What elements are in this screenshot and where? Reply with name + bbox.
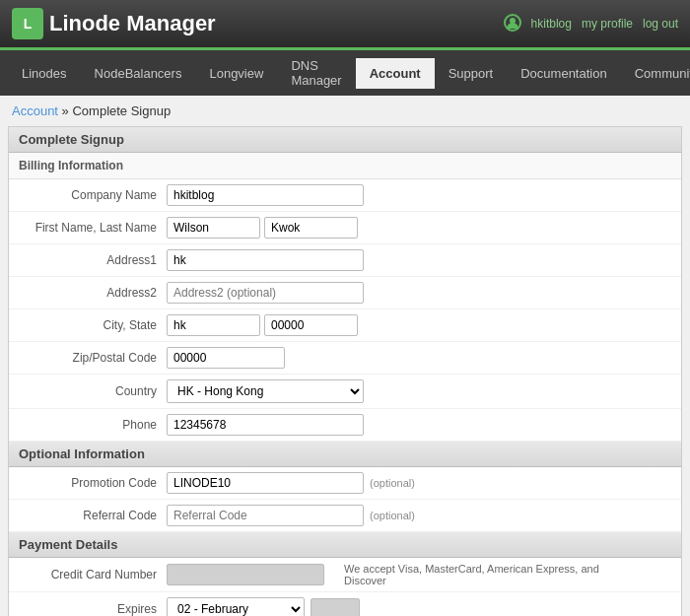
promo-code-row: Promotion Code (optional) (9, 467, 681, 500)
app-title: Linode Manager (49, 11, 216, 36)
breadcrumb-current: Complete Signup (72, 103, 171, 118)
expires-wrap: 01 - January 02 - February 03 - March 04… (167, 597, 360, 616)
country-label: Country (19, 384, 167, 398)
state-input[interactable] (264, 314, 358, 336)
address1-input[interactable] (167, 249, 364, 271)
optional-info-header: Optional Information (9, 442, 681, 467)
phone-input[interactable] (167, 414, 364, 436)
promo-optional-label: (optional) (370, 477, 415, 489)
nav-nodebalancers[interactable]: NodeBalancers (81, 58, 196, 89)
first-last-name-row: First Name, Last Name (9, 212, 681, 244)
nav-support[interactable]: Support (435, 58, 508, 89)
username-label: hkitblog (531, 17, 572, 31)
phone-row: Phone (9, 409, 681, 442)
country-select[interactable]: HK - Hong Kong US - United States GB - U… (167, 379, 364, 403)
payment-note: We accept Visa, MasterCard, American Exp… (344, 563, 640, 586)
nav-longview[interactable]: Longview (195, 58, 277, 89)
breadcrumb: Account » Complete Signup (0, 96, 690, 126)
zip-label: Zip/Postal Code (19, 351, 167, 365)
billing-info-header: Billing Information (9, 153, 681, 179)
phone-label: Phone (19, 418, 167, 432)
address1-label: Address1 (19, 253, 167, 267)
cc-number-label: Credit Card Number (19, 568, 167, 582)
company-name-label: Company Name (19, 188, 167, 202)
address1-row: Address1 (9, 244, 681, 277)
referral-optional-label: (optional) (370, 510, 415, 521)
complete-signup-header: Complete Signup (9, 127, 681, 153)
cc-number-row: Credit Card Number We accept Visa, Maste… (9, 558, 681, 592)
log-out-link[interactable]: log out (643, 17, 678, 31)
referral-code-input[interactable] (167, 505, 364, 526)
first-last-label: First Name, Last Name (19, 221, 167, 235)
promo-code-label: Promotion Code (19, 476, 167, 490)
logo-icon: L (12, 8, 43, 39)
expires-year-input[interactable] (310, 598, 360, 616)
address2-label: Address2 (19, 286, 167, 300)
nav-linodes[interactable]: Linodes (8, 58, 81, 89)
zip-row: Zip/Postal Code (9, 342, 681, 375)
nav-right: Documentation Community (507, 58, 690, 89)
expires-label: Expires (19, 602, 167, 616)
city-state-label: City, State (19, 318, 167, 332)
logo-area: L Linode Manager (12, 8, 216, 39)
main-nav: Linodes NodeBalancers Longview DNS Manag… (0, 50, 690, 96)
promo-code-input[interactable] (167, 472, 364, 494)
main-content: Complete Signup Billing Information Comp… (8, 126, 682, 616)
payment-details-header: Payment Details (9, 532, 681, 558)
address2-input[interactable] (167, 282, 364, 304)
city-state-wrap (167, 314, 358, 336)
expires-month-select[interactable]: 01 - January 02 - February 03 - March 04… (167, 597, 305, 616)
my-profile-link[interactable]: my profile (582, 17, 633, 31)
breadcrumb-separator: » (58, 103, 72, 118)
app-header: L Linode Manager hkitblog my profile log… (0, 0, 690, 50)
cc-number-input[interactable] (167, 564, 324, 585)
city-state-row: City, State (9, 309, 681, 342)
city-input[interactable] (167, 314, 260, 336)
last-name-input[interactable] (264, 217, 358, 239)
zip-input[interactable] (167, 347, 285, 369)
company-name-row: Company Name (9, 179, 681, 212)
expires-row: Expires 01 - January 02 - February 03 - … (9, 592, 681, 616)
nav-documentation[interactable]: Documentation (507, 58, 620, 89)
country-row: Country HK - Hong Kong US - United State… (9, 375, 681, 409)
nav-account[interactable]: Account (356, 58, 435, 89)
breadcrumb-account-link[interactable]: Account (12, 103, 58, 118)
company-name-input[interactable] (167, 184, 364, 206)
nav-dns-manager[interactable]: DNS Manager (277, 50, 355, 96)
first-name-input[interactable] (167, 217, 260, 239)
referral-code-label: Referral Code (19, 509, 167, 522)
address2-row: Address2 (9, 277, 681, 309)
referral-code-row: Referral Code (optional) (9, 500, 681, 532)
user-menu: hkitblog my profile log out (504, 14, 678, 34)
nav-community[interactable]: Community (621, 58, 690, 89)
user-icon (504, 14, 521, 34)
